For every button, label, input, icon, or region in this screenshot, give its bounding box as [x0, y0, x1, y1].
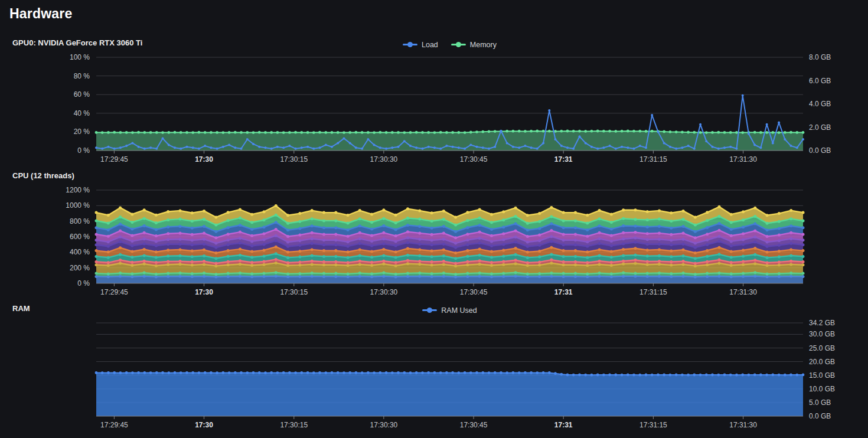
x-tick-label: 17:30:45 — [460, 288, 488, 296]
y-tick-label: 34.2 GB — [809, 319, 835, 327]
ram-plot-area[interactable] — [96, 323, 803, 416]
y-tick-label: 80 % — [74, 72, 90, 80]
y-tick-label: 40 % — [74, 109, 90, 117]
x-tick-label: 17:31:30 — [729, 288, 757, 296]
y-tick-label: 400 % — [70, 248, 90, 256]
x-tick-label: 17:30 — [195, 421, 213, 429]
y-tick-label: 30.0 GB — [809, 330, 835, 338]
x-tick-label: 17:30:15 — [280, 155, 308, 164]
y-tick-label: 5.0 GB — [809, 398, 831, 407]
y-tick-label: 600 % — [70, 233, 90, 241]
x-tick-label: 17:29:45 — [100, 421, 128, 429]
x-tick-label: 17:30:15 — [280, 288, 308, 296]
ram-x-axis-labels: 17:29:4517:3017:30:1517:30:3017:30:4517:… — [100, 416, 757, 429]
y-tick-label: 15.0 GB — [809, 371, 835, 380]
y-tick-label: 20 % — [74, 128, 90, 136]
y-tick-label: 0.0 GB — [809, 146, 831, 155]
y-tick-label: 20.0 GB — [809, 358, 835, 366]
gpu-y-axis-left-labels: 100 %80 %60 %40 %20 %0 % — [70, 53, 90, 155]
x-tick-label: 17:31:15 — [639, 421, 667, 429]
x-tick-label: 17:31 — [554, 155, 573, 164]
cpu-chart: 17:29:4517:3017:30:1517:30:3017:30:4517:… — [66, 186, 804, 296]
y-tick-label: 1200 % — [66, 186, 90, 194]
y-tick-label: 10.0 GB — [809, 385, 835, 393]
cpu-plot-area[interactable] — [96, 190, 803, 283]
x-tick-label: 17:30:30 — [370, 421, 398, 429]
ram-chart: 17:29:4517:3017:30:1517:30:3017:30:4517:… — [95, 319, 835, 429]
y-tick-label: 800 % — [70, 217, 90, 225]
x-tick-label: 17:29:45 — [100, 155, 128, 164]
y-tick-label: 200 % — [70, 264, 90, 272]
x-tick-label: 17:31:15 — [639, 288, 667, 296]
ram-y-axis-right-labels: 34.2 GB30.0 GB25.0 GB20.0 GB15.0 GB10.0 … — [809, 319, 835, 420]
x-tick-label: 17:30:15 — [280, 421, 308, 429]
y-tick-label: 100 % — [70, 53, 90, 61]
x-tick-label: 17:30:30 — [370, 288, 398, 296]
cpu-x-axis-labels: 17:29:4517:3017:30:1517:30:3017:30:4517:… — [100, 283, 757, 296]
gpu-y-axis-right-labels: 8.0 GB6.0 GB4.0 GB2.0 GB0.0 GB — [809, 53, 831, 155]
y-tick-label: 1000 % — [66, 201, 90, 210]
x-tick-label: 17:30:30 — [370, 155, 398, 164]
gpu-plot-area[interactable] — [96, 57, 803, 151]
cpu-y-axis-left-labels: 1200 %1000 %800 %600 %400 %200 %0 % — [66, 186, 90, 287]
y-tick-label: 25.0 GB — [809, 344, 835, 352]
x-tick-label: 17:31:30 — [729, 155, 757, 164]
x-tick-label: 17:31:30 — [729, 421, 757, 429]
y-tick-label: 0 % — [77, 279, 90, 287]
x-tick-label: 17:31 — [554, 421, 573, 429]
y-tick-label: 2.0 GB — [809, 123, 831, 132]
x-tick-label: 17:30 — [195, 155, 213, 164]
gpu-chart: 17:29:4517:3017:30:1517:30:3017:30:4517:… — [70, 53, 831, 164]
y-tick-label: 6.0 GB — [809, 77, 831, 85]
x-tick-label: 17:30:45 — [460, 421, 488, 429]
y-tick-label: 60 % — [74, 90, 90, 99]
x-tick-label: 17:30:45 — [460, 155, 488, 164]
y-tick-label: 0 % — [77, 146, 90, 155]
y-tick-label: 4.0 GB — [809, 100, 831, 108]
gpu-x-axis-labels: 17:29:4517:3017:30:1517:30:3017:30:4517:… — [100, 151, 757, 164]
y-tick-label: 8.0 GB — [809, 53, 831, 61]
charts-canvas: 17:29:4517:3017:30:1517:30:3017:30:4517:… — [0, 0, 868, 438]
y-tick-label: 0.0 GB — [809, 412, 831, 420]
x-tick-label: 17:29:45 — [100, 288, 128, 296]
x-tick-label: 17:31:15 — [639, 155, 667, 164]
x-tick-label: 17:30 — [195, 288, 213, 296]
x-tick-label: 17:31 — [554, 288, 573, 296]
